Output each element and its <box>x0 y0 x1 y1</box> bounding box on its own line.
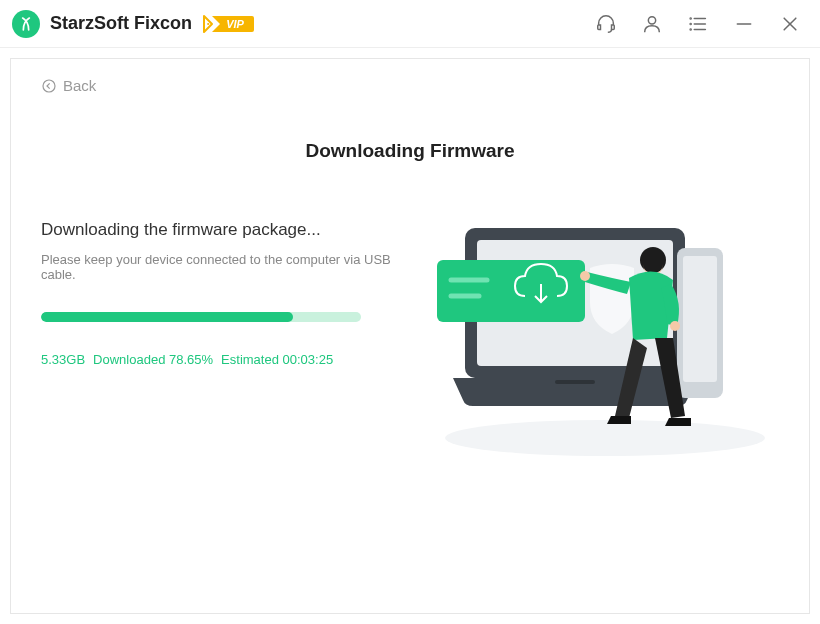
back-button[interactable]: Back <box>41 77 96 94</box>
download-stats: 5.33GB Downloaded 78.65% Estimated 00:03… <box>41 352 401 367</box>
svg-point-3 <box>690 18 691 19</box>
svg-point-12 <box>43 80 55 92</box>
app-logo <box>12 10 40 38</box>
svg-rect-19 <box>437 260 585 322</box>
app-title: StarzSoft Fixcon <box>50 13 192 34</box>
svg-text:VIP: VIP <box>226 18 244 30</box>
svg-point-24 <box>580 271 590 281</box>
download-heading: Downloading the firmware package... <box>41 220 401 240</box>
menu-icon[interactable] <box>684 10 712 38</box>
svg-point-2 <box>648 16 655 23</box>
support-icon[interactable] <box>592 10 620 38</box>
svg-rect-16 <box>555 380 595 384</box>
download-size: 5.33GB <box>41 352 85 367</box>
close-icon[interactable] <box>776 10 804 38</box>
back-label: Back <box>63 77 96 94</box>
user-icon[interactable] <box>638 10 666 38</box>
svg-point-5 <box>690 23 691 24</box>
minimize-icon[interactable] <box>730 10 758 38</box>
progress-bar <box>41 312 361 322</box>
download-subtext: Please keep your device connected to the… <box>41 252 401 282</box>
progress-fill <box>41 312 293 322</box>
svg-point-0 <box>207 22 209 24</box>
page-title: Downloading Firmware <box>41 140 779 162</box>
titlebar: StarzSoft Fixcon VIP <box>0 0 820 48</box>
svg-rect-18 <box>683 256 717 382</box>
svg-point-7 <box>690 29 691 30</box>
titlebar-actions <box>592 10 804 38</box>
vip-badge: VIP <box>202 14 254 34</box>
svg-point-23 <box>640 247 666 273</box>
svg-point-25 <box>670 321 680 331</box>
illustration <box>425 220 779 480</box>
svg-point-13 <box>445 420 765 456</box>
content-panel: Back Downloading Firmware Downloading th… <box>10 58 810 614</box>
